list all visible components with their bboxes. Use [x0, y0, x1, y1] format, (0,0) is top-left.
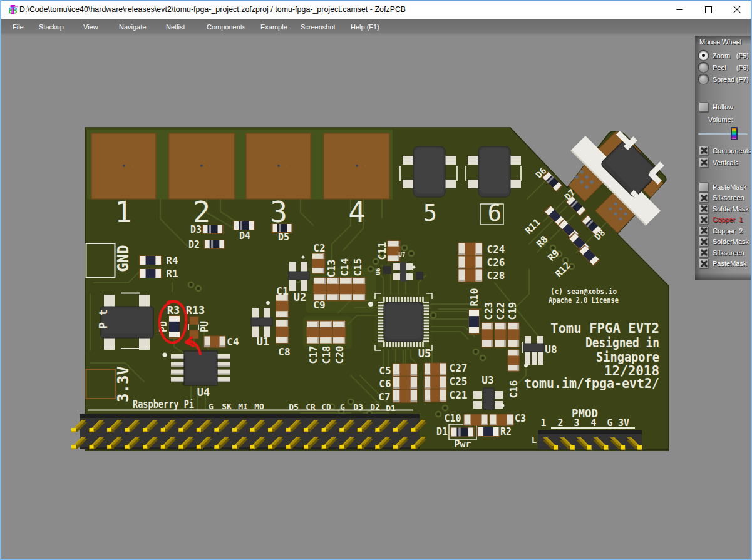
- pad-number: 3: [270, 195, 287, 229]
- capacitor: [508, 349, 520, 372]
- resistor: [139, 256, 162, 266]
- silkscreen-label: C13: [326, 260, 337, 278]
- menu-item-file[interactable]: File: [13, 19, 24, 36]
- silkscreen-label: tomu.im/fpga-evt2/: [524, 376, 659, 391]
- volume-slider-thumb[interactable]: [731, 127, 738, 140]
- silkscreen-label: Apache 2.0 License: [549, 296, 619, 305]
- silkscreen-label: U2: [294, 291, 306, 303]
- menu-item-help-f1[interactable]: Help (F1): [351, 19, 379, 36]
- silkscreen-label: C16: [508, 380, 520, 399]
- window-border-left: [0, 0, 1, 560]
- layer-checkbox[interactable]: [699, 226, 709, 236]
- menu-item-netlist[interactable]: Netlist: [166, 19, 185, 36]
- menu-item-navigate[interactable]: Navigate: [119, 19, 146, 36]
- layer-row-0-pastemask[interactable]: PasteMask: [699, 181, 749, 193]
- layer-checkbox[interactable]: [699, 237, 709, 247]
- close-button[interactable]: [723, 0, 751, 19]
- checkbox-components[interactable]: [699, 146, 709, 156]
- layer-checkbox[interactable]: [699, 204, 709, 214]
- silkscreen-label: C11: [376, 242, 388, 260]
- button-number: 6: [488, 200, 502, 227]
- silkscreen-label: C8: [278, 346, 290, 358]
- layer-row-3-copper-1[interactable]: Copper 1: [699, 215, 749, 226]
- maximize-button[interactable]: [694, 0, 723, 19]
- pcb-board[interactable]: GND3.3VP tR4R1D3D2D4D5R3R13PDPUC4U4Raspb…: [0, 36, 752, 560]
- capacitor: [463, 414, 488, 427]
- silkscreen-label: R10: [468, 288, 480, 307]
- wheel-mode-zoom[interactable]: Zoom(F5): [699, 49, 749, 61]
- menu-item-view[interactable]: View: [83, 19, 98, 36]
- capacitor: [276, 294, 289, 318]
- silkscreen-label: U8: [545, 344, 557, 355]
- wheel-mode-spread[interactable]: Spread(F7): [699, 73, 749, 85]
- radio-peel[interactable]: [699, 63, 708, 72]
- layer-row-1-silkscreen[interactable]: Silkscreen: [699, 193, 749, 204]
- window-border-top: [0, 0, 752, 1]
- silkscreen-label: R4: [166, 255, 178, 267]
- silkscreen-label: (c) sean@xobs.io: [550, 287, 617, 296]
- minimize-button[interactable]: [666, 0, 694, 19]
- layer-row-5-soldermask[interactable]: SolderMask: [699, 237, 749, 248]
- silkscreen-label: U4: [197, 386, 210, 399]
- capacitor: [424, 376, 447, 390]
- layer-row-6-silkscreen[interactable]: Silkscreen: [699, 247, 749, 258]
- capacitor: [203, 336, 226, 349]
- capacitor: [495, 322, 507, 348]
- mouse-wheel-title: Mouse Wheel: [699, 38, 741, 46]
- silkscreen-label: CR: [306, 402, 316, 412]
- layer-checkbox[interactable]: [699, 258, 709, 268]
- silkscreen-label: C24: [487, 243, 505, 255]
- silkscreen-label: R2: [500, 426, 512, 437]
- toggle-label: Verticals: [713, 159, 739, 166]
- silkscreen-label: C1: [276, 285, 288, 297]
- toggle-label: Components: [713, 147, 751, 155]
- capacitor: [339, 277, 353, 302]
- silkscreen-label: MO: [254, 402, 264, 411]
- layer-checkbox[interactable]: [699, 248, 709, 258]
- layer-row-7-pastemask[interactable]: PasteMask: [699, 258, 749, 270]
- control-panel: Mouse Wheel Zoom(F5)Peel(F6)Spread(F7) H…: [695, 36, 751, 280]
- silkscreen-label: C4: [227, 336, 239, 348]
- checkbox-verticals[interactable]: [699, 158, 709, 168]
- silkscreen-label: MI: [238, 402, 248, 411]
- pad-number: 1: [115, 195, 132, 229]
- capacitor: [458, 269, 483, 283]
- layer-label: Silkscreen: [713, 249, 744, 257]
- capacitor: [458, 243, 483, 257]
- capacitor: [424, 389, 447, 403]
- silkscreen-label: P t: [97, 310, 110, 329]
- wheel-mode-peel[interactable]: Peel(F6): [699, 61, 749, 73]
- layer-row-2-soldermask[interactable]: SolderMask: [699, 203, 749, 215]
- pcb-3d-viewport[interactable]: GND3.3VP tR4R1D3D2D4D5R3R13PDPUC4U4Raspb…: [0, 36, 752, 560]
- layer-checkbox[interactable]: [699, 182, 709, 192]
- radio-zoom[interactable]: [699, 51, 708, 60]
- capacitor: [458, 256, 483, 270]
- capacitor: [393, 377, 418, 390]
- menu-item-example[interactable]: Example: [260, 19, 287, 36]
- hollow-row[interactable]: Hollow: [699, 102, 733, 112]
- pmod-header: [538, 430, 642, 450]
- volume-slider-track[interactable]: [698, 133, 748, 135]
- hollow-checkbox[interactable]: [699, 102, 709, 112]
- menu-item-components[interactable]: Components: [207, 19, 245, 36]
- radio-spread[interactable]: [699, 74, 708, 84]
- menu-item-stackup[interactable]: Stackup: [39, 19, 64, 36]
- silkscreen-label: U6: [375, 268, 381, 275]
- diode: [204, 240, 225, 250]
- silkscreen-label: C17: [307, 346, 319, 364]
- capacitor: [332, 320, 346, 344]
- capacitor: [489, 414, 514, 427]
- menu-item-screenshot[interactable]: Screenshot: [301, 19, 336, 36]
- layer-checkbox[interactable]: [699, 193, 709, 203]
- minimize-icon: [676, 6, 683, 13]
- toggle-components[interactable]: Components: [699, 145, 749, 156]
- silkscreen-label: D2: [188, 239, 200, 250]
- silkscreen-label: U3: [482, 374, 493, 386]
- layer-checkbox[interactable]: [699, 215, 709, 225]
- silkscreen-label: C3: [515, 413, 526, 424]
- toggle-verticals[interactable]: Verticals: [699, 156, 749, 168]
- silkscreen-label: R13: [186, 304, 205, 317]
- capacitor: [387, 240, 401, 262]
- silkscreen-label: GND: [115, 245, 132, 272]
- layer-row-4-copper-2[interactable]: Copper 2: [699, 225, 749, 237]
